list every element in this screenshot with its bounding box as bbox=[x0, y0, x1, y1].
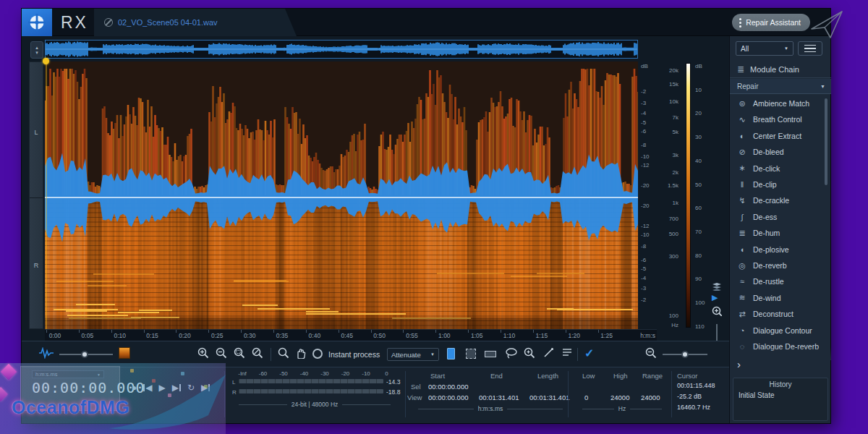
spectrogram-view[interactable] bbox=[45, 61, 638, 329]
history-item[interactable]: Initial State bbox=[733, 388, 827, 399]
meter-tick-label: -60 bbox=[259, 370, 268, 377]
header-end: End bbox=[490, 372, 503, 380]
meter-bar-left[interactable] bbox=[239, 379, 383, 383]
freq-low-value: 0 bbox=[584, 393, 588, 401]
spin-down-icon[interactable]: ▾ bbox=[35, 50, 38, 55]
go-to-start-button[interactable]: ◀ bbox=[143, 382, 152, 393]
de-ess-icon: ∫ bbox=[737, 213, 747, 221]
next-marker-button[interactable]: ▶ bbox=[201, 382, 210, 393]
magnify-tool-icon[interactable] bbox=[278, 347, 289, 359]
play-button[interactable]: ▶ bbox=[158, 382, 165, 393]
sidebar-item-de-bleed[interactable]: ⊘De-bleed bbox=[730, 144, 831, 160]
sidebar-scrollbar[interactable] bbox=[825, 98, 827, 185]
sidebar-item-label: De-plosive bbox=[753, 245, 789, 254]
spin-up-icon[interactable]: ▴ bbox=[35, 45, 38, 50]
process-mode-dropdown[interactable]: Attenuate ▼ bbox=[387, 348, 439, 361]
repair-assistant-button[interactable]: Repair Assistant bbox=[732, 14, 810, 31]
meter-bar-right[interactable] bbox=[239, 389, 383, 393]
sidebar-item-de-reverb[interactable]: ◎De-reverb bbox=[730, 258, 831, 273]
amplitude-tick-label: -5 bbox=[641, 119, 646, 126]
header-range: Range bbox=[642, 372, 663, 380]
amplitude-tick-label: -10 bbox=[641, 231, 650, 238]
rx-logo-icon[interactable] bbox=[22, 9, 52, 36]
sidebar-item-breath-control[interactable]: ∿Breath Control bbox=[730, 111, 831, 127]
magic-wand-tool-icon[interactable] bbox=[524, 347, 535, 359]
sidebar-item-de-crackle[interactable]: ↯De-crackle bbox=[730, 192, 831, 208]
header-length: Length bbox=[537, 372, 558, 380]
frequency-selection-tool[interactable] bbox=[485, 351, 496, 357]
time-selection-tool[interactable] bbox=[447, 348, 455, 359]
zoom-out-time-icon[interactable] bbox=[645, 347, 656, 358]
loop-button[interactable]: ↻ bbox=[187, 382, 195, 393]
record-button[interactable]: ● bbox=[132, 382, 137, 393]
zoom-out-icon[interactable] bbox=[216, 347, 227, 359]
ruler-tick bbox=[306, 330, 307, 333]
sidebar-item-de-plosive[interactable]: ◖De-plosive bbox=[730, 242, 831, 258]
sidebar-item-de-ess[interactable]: ∫De-ess bbox=[730, 209, 831, 225]
sidebar-item-de-rustle[interactable]: ≈De-rustle bbox=[730, 273, 831, 289]
module-menu-button[interactable] bbox=[798, 41, 822, 56]
assistant-icon bbox=[739, 18, 741, 27]
file-tab[interactable]: 02_VO_Scene05 04-01.wav bbox=[94, 9, 297, 36]
zoom-in-icon[interactable] bbox=[197, 347, 209, 359]
sidebar-item-center-extract[interactable]: ◐Center Extract bbox=[730, 128, 831, 144]
sidebar-item-label: Dialogue De-reverb bbox=[753, 342, 819, 351]
overview-zoom-spinner[interactable]: ▴ ▾ bbox=[30, 41, 43, 59]
go-to-end-button[interactable]: ▶ bbox=[172, 382, 181, 393]
time-frequency-selection-tool[interactable] bbox=[466, 349, 476, 359]
waveform-overview[interactable] bbox=[45, 40, 638, 59]
ruler-tick-label: 1:10 bbox=[503, 332, 516, 339]
sidebar-item-dialogue-contour[interactable]: ◔Dialogue Contour bbox=[730, 323, 831, 339]
time-zoom-knob[interactable] bbox=[681, 351, 689, 358]
lasso-tool-icon[interactable] bbox=[505, 347, 518, 359]
instant-process-radio[interactable] bbox=[312, 349, 323, 359]
flag-icon[interactable]: ▶ bbox=[712, 293, 718, 302]
time-unit-label: h:m:s.ms bbox=[418, 405, 563, 412]
de-wind-icon: ≋ bbox=[737, 293, 747, 302]
zoom-selection-icon[interactable] bbox=[234, 347, 245, 359]
ruler-tick-label: 1:20 bbox=[568, 332, 580, 339]
spectrogram-view-icon[interactable] bbox=[119, 347, 130, 359]
playhead-marker[interactable] bbox=[43, 58, 49, 64]
meter-left-label: L bbox=[232, 379, 235, 386]
sidebar-item-de-click[interactable]: ∗De-click bbox=[730, 161, 831, 176]
expand-more-icon[interactable]: › bbox=[737, 360, 741, 369]
legend-tick-label: 100 bbox=[695, 299, 705, 306]
zoom-in-vertical-icon[interactable] bbox=[712, 306, 722, 316]
repair-section-header[interactable]: Repair ▼ bbox=[730, 79, 831, 94]
time-zoom-slider[interactable] bbox=[663, 354, 707, 355]
zoom-reset-icon[interactable] bbox=[252, 347, 263, 359]
time-format-selector[interactable]: h:m:s.ms ▼ bbox=[32, 370, 104, 378]
sidebar-item-de-hum[interactable]: ≣De-hum bbox=[730, 225, 831, 241]
adjust-lines-icon[interactable] bbox=[561, 347, 573, 357]
ruler-tick bbox=[208, 330, 209, 333]
brush-tool-icon[interactable] bbox=[542, 347, 554, 359]
module-chain-item[interactable]: ≣ Module Chain bbox=[730, 61, 831, 78]
frequency-tick-label: 5k bbox=[673, 129, 678, 135]
view-blend-slider[interactable] bbox=[59, 354, 113, 355]
sidebar-item-deconstruct[interactable]: ⇄Deconstruct bbox=[730, 306, 831, 322]
frequency-tick-label: 1.5k bbox=[668, 182, 678, 189]
module-filter-select[interactable]: All ▼ bbox=[736, 41, 793, 56]
waveform-view-icon[interactable] bbox=[39, 347, 54, 359]
view-blend-knob[interactable] bbox=[81, 351, 88, 358]
meter-tick-label: -50 bbox=[279, 370, 288, 377]
hand-tool-icon[interactable] bbox=[295, 347, 307, 359]
meter-value-right: -18.8 bbox=[386, 388, 400, 396]
audio-format-label: 24-bit | 48000 Hz bbox=[239, 401, 391, 408]
ruler-tick bbox=[241, 330, 242, 333]
sidebar-item-ambience-match[interactable]: ⊚Ambience Match bbox=[730, 95, 831, 111]
sidebar-item-label: De-rustle bbox=[753, 277, 784, 286]
legend-tick-label: 10 bbox=[695, 87, 702, 93]
confirm-check-icon[interactable]: ✓ bbox=[584, 346, 594, 360]
time-ruler[interactable]: h:m:s 0:000:050:100:150:200:250:300:350:… bbox=[45, 329, 657, 341]
sidebar-item-de-clip[interactable]: ‖De-clip bbox=[730, 176, 831, 192]
amplitude-tick-label: -4 bbox=[641, 110, 646, 116]
view-end-value: 00:01:31.401 bbox=[479, 393, 519, 401]
sidebar-item-de-wind[interactable]: ≋De-wind bbox=[730, 290, 831, 306]
amplitude-tick-label: -6 bbox=[641, 128, 646, 135]
sidebar-item-label: Deconstruct bbox=[753, 310, 793, 318]
layers-icon[interactable] bbox=[712, 282, 722, 291]
sidebar-item-dialogue-de-reverb[interactable]: ◌Dialogue De-reverb bbox=[730, 339, 831, 354]
sel-start-value: 00:00:00.000 bbox=[428, 383, 468, 391]
